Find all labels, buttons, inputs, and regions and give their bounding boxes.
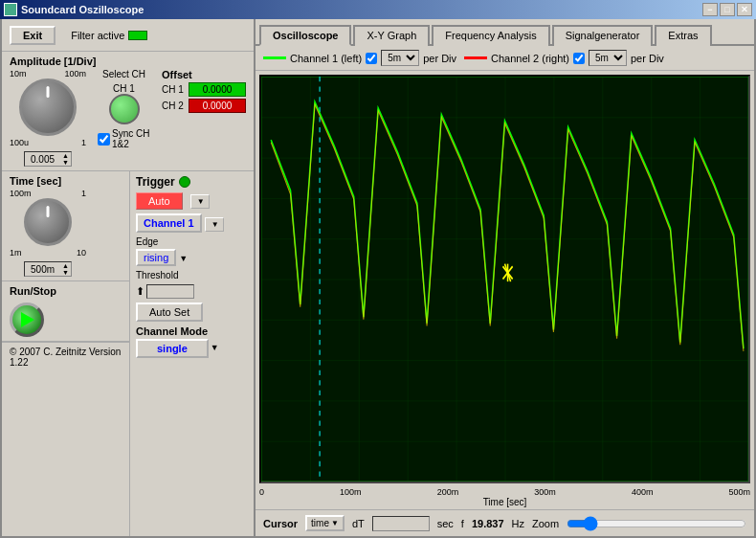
time-labels-bottom: 1m 10 — [10, 248, 86, 258]
trigger-mode-button[interactable]: Auto — [136, 192, 183, 210]
sync-checkbox[interactable] — [98, 133, 110, 146]
ch1-checkbox[interactable] — [366, 53, 377, 64]
ch2-indicator: Channel 2 (right) 5m per Div — [464, 50, 664, 66]
f-label: f — [461, 518, 464, 529]
trigger-channel-dropdown[interactable]: ▼ — [205, 217, 224, 232]
time-title: Time [sec] — [10, 175, 122, 187]
threshold-row: Threshold — [136, 270, 248, 280]
ch2-offset-row: CH 2 0.0000 — [162, 99, 246, 113]
time-knob[interactable] — [24, 198, 72, 246]
window-controls[interactable]: − □ ✕ — [702, 3, 752, 16]
filter-led — [128, 31, 147, 40]
scope-display — [259, 75, 750, 483]
time-spinbox-up[interactable]: ▲ — [60, 262, 71, 269]
play-icon — [21, 312, 34, 327]
threshold-spinner-up[interactable]: ⬆ — [136, 285, 145, 298]
channel-mode-arrow[interactable]: ▼ — [211, 343, 219, 352]
edge-value-button[interactable]: rising — [136, 249, 176, 266]
ch2-line — [464, 56, 487, 59]
knob-indicator — [47, 86, 50, 98]
threshold-label: Threshold — [136, 270, 193, 280]
window-title: Soundcard Oszilloscope — [21, 4, 144, 15]
tab-extras[interactable]: Extras — [655, 25, 711, 46]
minimize-button[interactable]: − — [702, 3, 718, 16]
time-spinbox-down[interactable]: ▼ — [60, 269, 71, 276]
amplitude-value-row: 0.005 ▲ ▼ — [24, 151, 72, 167]
edge-dropdown-arrow[interactable]: ▼ — [179, 254, 188, 263]
ch2-offset-label: CH 2 — [162, 101, 189, 111]
zoom-label: Zoom — [532, 518, 559, 529]
cursor-type-arrow: ▼ — [331, 519, 339, 527]
zoom-slider[interactable] — [567, 518, 746, 529]
autoset-button[interactable]: Auto Set — [136, 303, 203, 322]
tab-xy-graph[interactable]: X-Y Graph — [353, 25, 430, 46]
channel-dropdown-arrow: ▼ — [211, 220, 219, 229]
x-axis-labels: 0 100m 200m 300m 400m 500m — [256, 487, 754, 497]
cursor-label: Cursor — [263, 518, 298, 529]
time-inner: 100m 1 1m 10 — [10, 189, 122, 277]
top-controls: Exit Filter active — [2, 19, 254, 52]
app-icon — [4, 3, 17, 16]
sync-checkbox-row[interactable]: Sync CH 1&2 — [98, 128, 150, 149]
close-button[interactable]: ✕ — [737, 3, 752, 16]
dt-input[interactable]: 50.412m — [372, 516, 430, 531]
trigger-channel-button[interactable]: Channel 1 — [136, 213, 202, 233]
amplitude-title: Amplitude [1/Div] — [10, 56, 246, 67]
ch2-checkbox[interactable] — [573, 53, 585, 64]
ch1-per-div-select[interactable]: 5m — [381, 50, 419, 66]
x-label-400m: 400m — [632, 487, 654, 497]
edge-row: Edge — [136, 236, 248, 247]
time-spinbox-arrows[interactable]: ▲ ▼ — [60, 262, 71, 276]
offset-label: Offset — [162, 69, 246, 80]
time-spinbox[interactable]: 500m ▲ ▼ — [24, 261, 72, 277]
tab-oscilloscope[interactable]: Oscilloscope — [259, 25, 351, 46]
spinbox-arrows[interactable]: ▲ ▼ — [60, 152, 71, 166]
time-label-100m: 100m — [10, 189, 32, 198]
ch2-per-div-unit: per Div — [631, 53, 664, 64]
amp-label-10m: 10m — [10, 69, 27, 78]
amplitude-knob[interactable] — [19, 78, 77, 136]
ch1-line — [263, 56, 286, 59]
tabs-bar: Oscilloscope X-Y Graph Frequency Analysi… — [256, 19, 754, 46]
ch2-per-div-select[interactable]: 5m — [589, 50, 627, 66]
time-labels-top: 100m 1 — [10, 189, 86, 198]
channel-mode-button[interactable]: single — [136, 339, 209, 358]
run-stop-button[interactable] — [10, 303, 44, 337]
run-stop-title: Run/Stop — [10, 285, 56, 297]
edge-label: Edge — [136, 236, 165, 247]
spinbox-up[interactable]: ▲ — [60, 152, 71, 159]
time-value-row: 500m ▲ ▼ — [24, 261, 72, 277]
title-bar: Soundcard Oszilloscope − □ ✕ — [0, 0, 756, 19]
amp-label-1: 1 — [81, 138, 86, 147]
ch1-offset-value[interactable]: 0.0000 — [189, 82, 246, 97]
spinbox-down[interactable]: ▼ — [60, 159, 71, 166]
exit-button[interactable]: Exit — [10, 26, 56, 45]
maximize-button[interactable]: □ — [720, 3, 735, 16]
trigger-mode-dropdown[interactable]: ▼ — [190, 194, 210, 209]
x-label-0: 0 — [259, 487, 264, 497]
amplitude-labels-bottom: 100u 1 — [10, 138, 86, 147]
ch1-offset-row: CH 1 0.0000 — [162, 82, 246, 97]
cursor-type-selector[interactable]: time ▼ — [305, 515, 345, 531]
ch1-label: Channel 1 (left) — [290, 53, 362, 64]
cursor-type-value: time — [311, 518, 329, 528]
time-spinbox-value: 500m — [25, 263, 60, 276]
ch1-select-knob[interactable] — [109, 94, 140, 124]
channel-mode-row: Channel Mode single ▼ — [136, 325, 248, 358]
dt-unit: sec — [437, 518, 454, 529]
scope-svg — [261, 77, 748, 482]
select-ch-label: Select CH — [102, 69, 145, 79]
threshold-input[interactable]: 0.01 — [146, 284, 194, 299]
run-stop-section: Run/Stop — [2, 281, 129, 342]
trigger-led — [179, 176, 190, 188]
amplitude-labels-top: 10m 100m — [10, 69, 86, 78]
filter-active-label: Filter active — [71, 30, 124, 41]
amplitude-spinbox[interactable]: 0.005 ▲ ▼ — [24, 151, 72, 167]
trigger-title: Trigger — [136, 175, 175, 189]
tab-frequency-analysis[interactable]: Frequency Analysis — [432, 25, 549, 46]
tab-signal-generator[interactable]: Signalgenerator — [552, 25, 654, 46]
ch1-offset-label: CH 1 — [162, 84, 189, 95]
f-unit: Hz — [512, 518, 524, 529]
ch1-label: CH 1 — [113, 83, 135, 94]
ch2-offset-value[interactable]: 0.0000 — [189, 99, 246, 113]
